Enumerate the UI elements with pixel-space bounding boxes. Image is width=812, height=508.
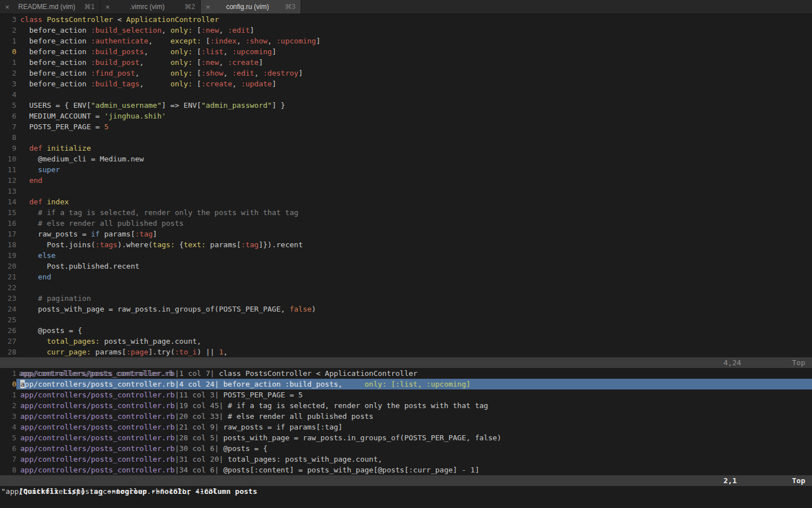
editor-line[interactable]: 22 bbox=[0, 282, 812, 293]
tab-config-ru[interactable]: × config.ru (vim) ⌘3 bbox=[201, 0, 301, 14]
syntax-token: :tag bbox=[135, 230, 153, 238]
editor-line[interactable]: 9 def initialize bbox=[0, 143, 812, 154]
code-text: before_action :build_posts, only: [:list… bbox=[16, 46, 812, 57]
quickfix-row[interactable]: 8app/controllers/posts_controller.rb|34 … bbox=[0, 465, 812, 475]
editor-line[interactable]: 11 super bbox=[0, 164, 812, 175]
syntax-token bbox=[20, 251, 38, 260]
close-icon[interactable]: × bbox=[105, 3, 110, 11]
editor-line[interactable]: 6 MEDIUM_ACCOUNT = 'jinghua.shih' bbox=[0, 111, 812, 121]
line-number: 1 bbox=[0, 36, 16, 46]
editor-line[interactable]: 20 Post.published.recent bbox=[0, 261, 812, 271]
syntax-token: super bbox=[38, 165, 60, 174]
editor-line[interactable]: 15 # if a tag is selected, render only t… bbox=[0, 207, 812, 218]
quickfix-row[interactable]: 1app/controllers/posts_controller.rb|11 … bbox=[0, 389, 812, 400]
syntax-token: :tag bbox=[241, 240, 258, 249]
syntax-token: class PostsController < ApplicationContr… bbox=[214, 369, 417, 378]
syntax-token: ] bbox=[316, 37, 320, 45]
syntax-token: if bbox=[91, 230, 100, 238]
cursor-position: 2,1 bbox=[723, 475, 736, 486]
code-text: app/controllers/posts_controller.rb|34 c… bbox=[16, 465, 812, 475]
editor-line[interactable]: 10 @medium_cli = Medium.new bbox=[0, 154, 812, 164]
syntax-token: , bbox=[232, 80, 241, 88]
editor-line[interactable]: 26 @posts = { bbox=[0, 325, 812, 336]
tab-vimrc[interactable]: × .vimrc (vim) ⌘2 bbox=[100, 0, 201, 14]
syntax-token: :upcoming bbox=[276, 37, 316, 45]
code-text: before_action :authenticate, except: [:i… bbox=[16, 36, 812, 46]
statusline-editor[interactable]: app/controllers/posts_controller.rb 4,24… bbox=[0, 357, 812, 368]
syntax-token: ] } bbox=[272, 101, 285, 110]
code-text: POSTS_PER_PAGE = 5 bbox=[16, 121, 812, 132]
editor-line[interactable]: 17 raw_posts = if params[:tag] bbox=[0, 229, 812, 239]
editor-line[interactable]: 4 bbox=[0, 89, 812, 100]
syntax-token bbox=[20, 176, 29, 185]
line-number: 0 bbox=[0, 46, 16, 57]
syntax-token: , bbox=[223, 348, 228, 356]
syntax-token: raw_posts = bbox=[20, 230, 91, 238]
quickfix-row[interactable]: 7app/controllers/posts_controller.rb|31 … bbox=[0, 454, 812, 465]
syntax-token: "admin_password" bbox=[201, 101, 272, 110]
syntax-token: :edit bbox=[228, 26, 250, 34]
quickfix-row[interactable]: 3app/controllers/posts_controller.rb|20 … bbox=[0, 411, 812, 422]
code-text: Post.joins(:tags).where(tags: {text: par… bbox=[16, 239, 812, 250]
editor-window: 3class PostsController < ApplicationCont… bbox=[0, 14, 812, 357]
quickfix-row[interactable]: 4app/controllers/posts_controller.rb|21 … bbox=[0, 422, 812, 432]
editor-line[interactable]: 18 Post.joins(:tags).where(tags: {text: … bbox=[0, 239, 812, 250]
editor-line[interactable]: 27 total_pages: posts_with_page.count, bbox=[0, 336, 812, 347]
code-text: class PostsController < ApplicationContr… bbox=[16, 14, 812, 25]
syntax-token: app/controllers/posts_controller.rb bbox=[20, 423, 175, 431]
editor-line[interactable]: 2 before_action :find_post, only: [:show… bbox=[0, 68, 812, 78]
terminal-screen: × README.md (vim) ⌘1 × .vimrc (vim) ⌘2 ×… bbox=[0, 0, 812, 508]
editor-line[interactable]: 1 before_action :authenticate, except: [… bbox=[0, 36, 812, 46]
editor-line[interactable]: 7 POSTS_PER_PAGE = 5 bbox=[0, 121, 812, 132]
line-number: 8 bbox=[0, 132, 16, 143]
syntax-token: before_action bbox=[20, 47, 91, 56]
syntax-token: , bbox=[148, 37, 170, 45]
editor-line[interactable]: 25 bbox=[0, 314, 812, 325]
editor-line[interactable]: 2 before_action :build_selection, only: … bbox=[0, 25, 812, 36]
editor-line[interactable]: 3class PostsController < ApplicationCont… bbox=[0, 14, 812, 25]
editor-line[interactable]: 1 before_action :build_post, only: [:new… bbox=[0, 57, 812, 68]
editor-line[interactable]: 12 end bbox=[0, 175, 812, 186]
syntax-token: , bbox=[267, 37, 276, 45]
close-icon[interactable]: × bbox=[5, 3, 10, 11]
close-icon[interactable]: × bbox=[206, 3, 210, 11]
syntax-token: |20 col 33| bbox=[175, 412, 223, 421]
quickfix-row[interactable]: 5app/controllers/posts_controller.rb|28 … bbox=[0, 432, 812, 443]
syntax-token: params[ bbox=[100, 230, 135, 238]
syntax-token bbox=[20, 144, 29, 152]
syntax-token bbox=[20, 348, 47, 356]
statusline-quickfix-title: [Quickfix List] :ag --nogroup --nocolor … bbox=[19, 487, 257, 496]
code-text: else bbox=[16, 250, 812, 261]
editor-line[interactable]: 14 def index bbox=[0, 196, 812, 207]
syntax-token: params[ bbox=[91, 348, 126, 356]
editor-line[interactable]: 16 # else render all published posts bbox=[0, 218, 812, 229]
syntax-token: Post.published.recent bbox=[20, 262, 139, 270]
editor-line[interactable]: 5 USERS = { ENV["admin_username"] => ENV… bbox=[0, 100, 812, 111]
quickfix-row[interactable]: 2app/controllers/posts_controller.rb|19 … bbox=[0, 400, 812, 411]
syntax-token: only: bbox=[170, 69, 192, 77]
syntax-token: app/controllers/posts_controller.rb bbox=[20, 466, 175, 474]
quickfix-row[interactable]: 0app/controllers/posts_controller.rb|4 c… bbox=[0, 379, 812, 389]
tab-readme[interactable]: × README.md (vim) ⌘1 bbox=[0, 0, 100, 14]
syntax-token: end bbox=[29, 176, 42, 185]
syntax-token: a bbox=[20, 380, 25, 388]
statusline-quickfix[interactable]: [Quickfix List] :ag --nogroup --nocolor … bbox=[0, 475, 812, 486]
editor-line[interactable]: 13 bbox=[0, 186, 812, 196]
editor-line[interactable]: 19 else bbox=[0, 250, 812, 261]
editor-line[interactable]: 23 # pagination bbox=[0, 293, 812, 304]
editor-line[interactable]: 0 before_action :build_posts, only: [:li… bbox=[0, 46, 812, 57]
editor-line[interactable]: 28 curr_page: params[:page].try(:to_i) |… bbox=[0, 347, 812, 357]
editor-line[interactable]: 3 before_action :build_tags, only: [:cre… bbox=[0, 78, 812, 89]
code-text: # else render all published posts bbox=[16, 218, 812, 229]
editor-line[interactable]: 8 bbox=[0, 132, 812, 143]
quickfix-row[interactable]: 6app/controllers/posts_controller.rb|30 … bbox=[0, 443, 812, 454]
syntax-token: posts_with_page.count, bbox=[100, 337, 201, 345]
line-number: 25 bbox=[0, 314, 16, 325]
code-text: before_action :find_post, only: [:show, … bbox=[16, 68, 812, 78]
editor-line[interactable]: 21 end bbox=[0, 271, 812, 282]
editor-line[interactable]: 24 posts_with_page = raw_posts.in_groups… bbox=[0, 304, 812, 314]
line-number: 7 bbox=[0, 121, 16, 132]
syntax-token: , bbox=[237, 37, 246, 45]
statusline-filename: app/controllers/posts_controller.rb bbox=[19, 369, 173, 378]
line-number: 3 bbox=[0, 411, 16, 422]
